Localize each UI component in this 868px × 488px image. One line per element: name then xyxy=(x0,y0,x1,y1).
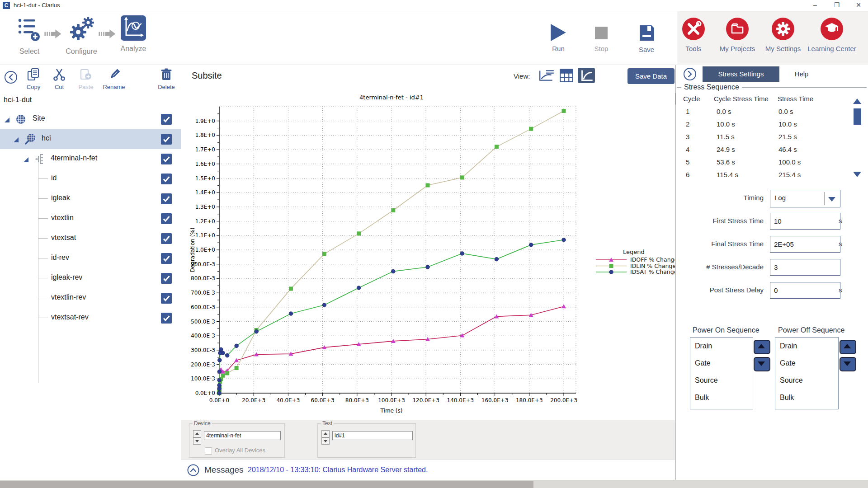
maximize-button[interactable]: ❐ xyxy=(829,0,844,10)
my-settings-button[interactable]: My Settings xyxy=(764,17,802,52)
seq-cell[interactable]: 100.0 s xyxy=(778,158,801,166)
view-split-button[interactable] xyxy=(538,68,555,83)
tree-checkbox[interactable] xyxy=(161,313,172,324)
power-off-list[interactable]: Drain Gate Source Bulk xyxy=(775,337,839,409)
tree-item-id[interactable]: id xyxy=(0,169,181,189)
seq-cell[interactable]: 115.4 s xyxy=(717,171,738,178)
expander-icon[interactable] xyxy=(23,156,29,163)
tree-item-hci[interactable]: hci xyxy=(0,129,181,149)
tree-checkbox[interactable] xyxy=(161,273,172,284)
power-on-move-up-button[interactable] xyxy=(754,340,770,354)
seq-cell[interactable]: 46.4 s xyxy=(778,145,797,153)
tree-checkbox[interactable] xyxy=(161,174,172,184)
device-prev-button[interactable] xyxy=(193,430,201,437)
minimize-button[interactable]: – xyxy=(807,0,823,10)
overlay-all-devices-checkbox[interactable] xyxy=(205,447,212,455)
cut-button[interactable]: Cut xyxy=(49,68,70,90)
horizontal-scrollbar-thumb[interactable] xyxy=(0,481,533,488)
expander-icon[interactable] xyxy=(4,117,10,123)
tree-item-id-rev[interactable]: id-rev xyxy=(0,249,181,268)
seq-cell[interactable]: 2 xyxy=(686,120,689,128)
collapse-right-panel-icon[interactable] xyxy=(683,67,697,81)
tree-checkbox[interactable] xyxy=(161,213,172,224)
seq-cell[interactable]: 10.0 s xyxy=(717,120,735,128)
save-button[interactable]: Save xyxy=(635,24,658,53)
copy-button[interactable]: Copy xyxy=(22,68,45,90)
run-button[interactable]: Run xyxy=(547,24,570,52)
tree-checkbox[interactable] xyxy=(161,233,172,244)
timing-select[interactable]: Log xyxy=(770,190,840,207)
first-stress-time-input[interactable] xyxy=(770,213,840,230)
seq-cell[interactable]: 24.9 s xyxy=(717,145,735,153)
tab-stress-settings[interactable]: Stress Settings xyxy=(703,66,779,82)
seq-cell[interactable]: 215.4 s xyxy=(778,171,801,178)
tree-item-igleak[interactable]: igleak xyxy=(0,189,181,209)
scroll-down-icon[interactable] xyxy=(853,172,861,177)
tab-help[interactable]: Help xyxy=(788,66,815,82)
seq-cell[interactable]: 10.0 s xyxy=(778,120,797,128)
test-input[interactable] xyxy=(332,431,413,440)
tree-checkbox[interactable] xyxy=(161,193,172,204)
list-item[interactable]: Source xyxy=(780,376,803,385)
list-item[interactable]: Drain xyxy=(780,342,797,350)
list-item[interactable]: Bulk xyxy=(695,394,709,402)
learning-center-button[interactable]: Learning Center xyxy=(806,17,858,52)
tree-item-vtextlin-rev[interactable]: vtextlin-rev xyxy=(0,288,181,308)
select-button[interactable]: Select xyxy=(14,16,45,56)
tree-checkbox[interactable] xyxy=(161,293,172,304)
view-table-button[interactable] xyxy=(558,68,575,83)
collapse-panel-icon[interactable] xyxy=(4,70,18,84)
seq-cell[interactable]: 1 xyxy=(686,108,689,115)
tree-checkbox[interactable] xyxy=(161,134,172,145)
list-item[interactable]: Gate xyxy=(695,359,711,367)
rename-button[interactable]: Rename xyxy=(100,68,127,90)
list-item[interactable]: Source xyxy=(695,376,718,385)
device-input[interactable] xyxy=(204,431,281,440)
collapse-messages-icon[interactable] xyxy=(187,464,199,476)
seq-cell[interactable]: 0.0 s xyxy=(778,108,793,115)
list-item[interactable]: Bulk xyxy=(780,394,794,402)
analyze-button[interactable]: Analyze xyxy=(118,15,149,53)
power-off-move-down-button[interactable] xyxy=(840,357,856,371)
view-graph-button[interactable] xyxy=(578,68,595,83)
configure-button[interactable]: Configure xyxy=(63,16,99,56)
tree-item-4terminal-n-fet[interactable]: 4terminal-n-fet xyxy=(0,149,181,169)
my-projects-button[interactable]: My Projects xyxy=(718,17,757,52)
device-next-button[interactable] xyxy=(193,437,201,445)
post-stress-delay-input[interactable] xyxy=(770,282,840,299)
test-prev-button[interactable] xyxy=(321,430,330,437)
list-item[interactable]: Gate xyxy=(780,359,796,367)
seq-cell[interactable]: 6 xyxy=(686,171,689,178)
tree-item-vtextsat-rev[interactable]: vtextsat-rev xyxy=(0,308,181,328)
power-on-list[interactable]: Drain Gate Source Bulk xyxy=(690,337,753,409)
seq-cell[interactable]: 11.5 s xyxy=(717,133,735,141)
seq-cell[interactable]: 53.6 s xyxy=(717,158,735,166)
power-off-move-up-button[interactable] xyxy=(840,340,856,354)
tree-item-vtextlin[interactable]: vtextlin xyxy=(0,209,181,229)
tree-item-site[interactable]: Site xyxy=(0,109,181,129)
tree-item-vtextsat[interactable]: vtextsat xyxy=(0,229,181,249)
paste-button[interactable]: Paste xyxy=(75,68,97,90)
stresses-per-decade-input[interactable] xyxy=(770,259,840,276)
tree-checkbox[interactable] xyxy=(161,154,172,164)
tree-item-igleak-rev[interactable]: igleak-rev xyxy=(0,268,181,288)
close-button[interactable]: ✕ xyxy=(851,0,866,10)
scroll-up-icon[interactable] xyxy=(853,99,861,104)
scrollbar-thumb[interactable] xyxy=(854,108,861,125)
seq-cell[interactable]: 5 xyxy=(686,158,689,166)
test-next-button[interactable] xyxy=(321,437,330,445)
delete-button[interactable]: Delete xyxy=(155,68,178,90)
tree-checkbox[interactable] xyxy=(161,114,172,125)
seq-cell[interactable]: 0.0 s xyxy=(717,108,731,115)
list-item[interactable]: Drain xyxy=(695,342,712,350)
stop-button[interactable]: Stop xyxy=(590,26,613,52)
save-data-button[interactable]: Save Data xyxy=(627,68,675,84)
seq-cell[interactable]: 21.5 s xyxy=(778,133,797,141)
power-on-move-down-button[interactable] xyxy=(754,357,770,371)
seq-cell[interactable]: 4 xyxy=(686,145,689,153)
tree-checkbox[interactable] xyxy=(161,253,172,264)
final-stress-time-input[interactable] xyxy=(770,236,840,253)
seq-cell[interactable]: 3 xyxy=(686,133,689,141)
tools-button[interactable]: Tools xyxy=(679,17,708,52)
expander-icon[interactable] xyxy=(13,136,19,143)
